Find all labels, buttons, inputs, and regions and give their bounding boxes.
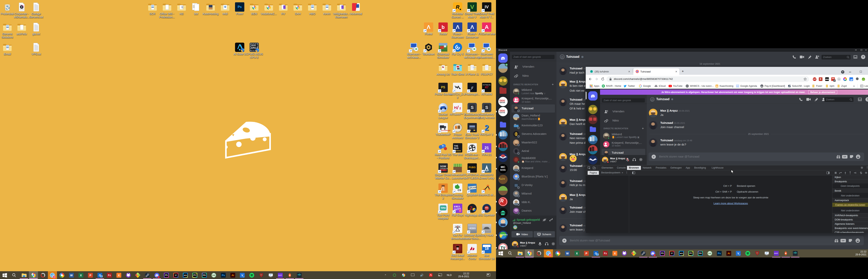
svg-text:S: S xyxy=(260,274,262,276)
svg-text:S: S xyxy=(756,252,758,254)
